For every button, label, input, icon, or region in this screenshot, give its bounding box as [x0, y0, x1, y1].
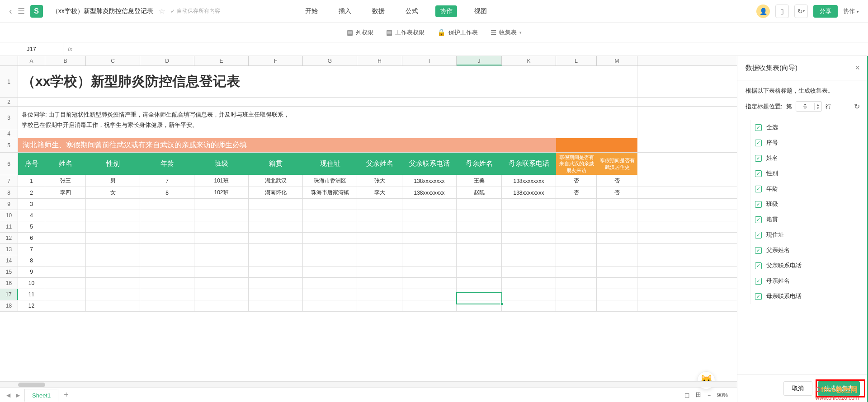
th-origin[interactable]: 籍贯 [249, 153, 303, 175]
th-mother-phone[interactable]: 母亲联系电话 [502, 153, 556, 175]
check-item[interactable]: ✓姓名 [751, 150, 860, 166]
tab-next-icon[interactable]: ▶ [13, 392, 23, 398]
table-row[interactable]: 159 [0, 266, 737, 278]
check-item[interactable]: ✓母亲姓名 [751, 273, 860, 289]
checkbox-icon[interactable]: ✓ [755, 278, 762, 285]
table-row[interactable]: 104 [0, 210, 737, 221]
checkbox-icon[interactable]: ✓ [755, 247, 762, 254]
ribbon-sheet-permission[interactable]: ▤工作表权限 [386, 28, 425, 37]
check-item[interactable]: ✓性别 [751, 166, 860, 181]
collab-link[interactable]: 协作 ▾ [843, 7, 859, 15]
checkbox-icon[interactable]: ✓ [755, 201, 762, 208]
row-header[interactable]: 1 [0, 66, 18, 97]
col-header-D[interactable]: D [140, 56, 194, 65]
cell-reference[interactable]: J17 [0, 42, 63, 56]
th-gender[interactable]: 性别 [86, 153, 140, 175]
menu-formula[interactable]: 公式 [402, 5, 422, 17]
zoom-out-icon[interactable]: − [708, 392, 711, 398]
table-row[interactable]: 115 [0, 221, 737, 233]
col-header-B[interactable]: B [45, 56, 86, 65]
section-header-orange[interactable] [556, 138, 637, 152]
row-header[interactable]: 8 [0, 187, 18, 198]
th-seq[interactable]: 序号 [18, 153, 45, 175]
checkbox-icon[interactable]: ✓ [755, 232, 762, 238]
table-row[interactable]: 1812 [0, 300, 737, 312]
checkbox-icon[interactable]: ✓ [755, 155, 762, 162]
stats-icon[interactable]: ◫ [684, 392, 689, 398]
checkbox-icon[interactable]: ✓ [755, 293, 762, 300]
row-header[interactable]: 9 [0, 199, 18, 210]
check-item[interactable]: ✓全选 [751, 120, 860, 135]
table-row[interactable]: 1610 [0, 278, 737, 289]
back-icon[interactable]: ‹ [9, 6, 12, 16]
checkbox-icon[interactable]: ✓ [755, 216, 762, 223]
present-icon[interactable]: ▯ [775, 5, 789, 18]
history-icon[interactable]: ↻ ▾ [794, 5, 808, 18]
table-row[interactable]: 8 2 李四 女 8 102班 湖南怀化 珠海市唐家湾镇 李大 138xxxxx… [0, 187, 737, 199]
star-icon[interactable]: ☆ [159, 7, 165, 15]
row-header[interactable]: 3 [0, 107, 18, 129]
menu-start[interactable]: 开始 [302, 5, 321, 17]
spinner-down-icon[interactable]: ▼ [815, 107, 821, 110]
row-header[interactable]: 2 [0, 98, 18, 106]
row-header[interactable]: 17 [0, 289, 18, 300]
row-header[interactable]: 11 [0, 221, 18, 232]
menu-collab[interactable]: 协作 [435, 5, 457, 17]
row-header[interactable]: 12 [0, 233, 18, 243]
check-item[interactable]: ✓父亲姓名 [751, 243, 860, 258]
horizontal-scrollbar[interactable] [0, 381, 737, 388]
col-header-G[interactable]: G [303, 56, 357, 65]
checkbox-icon[interactable]: ✓ [755, 140, 762, 146]
row-header[interactable]: 6 [0, 153, 18, 175]
th-wuhan-history[interactable]: 寒假期间是否有武汉居住史 [597, 153, 637, 175]
table-row[interactable]: 93 [0, 199, 737, 210]
th-age[interactable]: 年龄 [140, 153, 194, 175]
row-header[interactable]: 4 [0, 129, 18, 138]
check-item[interactable]: ✓年龄 [751, 181, 860, 196]
menu-data[interactable]: 数据 [368, 5, 388, 17]
tab-prev-icon[interactable]: ◀ [4, 392, 13, 398]
check-item[interactable]: ✓母亲联系电话 [751, 289, 860, 304]
th-address[interactable]: 现住址 [303, 153, 357, 175]
grid-icon[interactable]: 田 [696, 391, 701, 399]
checkbox-icon[interactable]: ✓ [755, 170, 762, 177]
col-header-I[interactable]: I [402, 56, 457, 65]
col-header-L[interactable]: L [556, 56, 597, 65]
col-header-K[interactable]: K [502, 56, 556, 65]
row-header[interactable]: 5 [0, 138, 18, 152]
share-button[interactable]: 分享 [813, 5, 838, 18]
row-header[interactable]: 15 [0, 266, 18, 277]
col-header-A[interactable]: A [18, 56, 45, 65]
row-header[interactable]: 14 [0, 255, 18, 266]
col-header-F[interactable]: F [249, 56, 303, 65]
checkbox-icon[interactable]: ✓ [755, 124, 762, 131]
cell[interactable] [18, 98, 637, 106]
section-header-pink[interactable]: 湖北籍师生、寒假期间曾前往武汉或有来自武汉的亲戚来访的师生必填 [18, 138, 556, 152]
ribbon-col-permission[interactable]: ▤列权限 [347, 28, 373, 37]
table-row[interactable]: 7 1 张三 男 7 101班 湖北武汉 珠海市香洲区 张大 138xxxxxx… [0, 175, 737, 187]
sheet-title[interactable]: （xx学校）新型肺炎防控信息登记表 [18, 66, 637, 97]
checkbox-icon[interactable]: ✓ [755, 262, 762, 269]
th-wuhan-visit[interactable]: 寒假期间是否有来自武汉的亲戚朋友来访 [556, 153, 597, 175]
description-cell[interactable]: 各位同学: 由于目前冠状性新型肺炎疫情严重，请全体师生配合填写信息表，并及时与班… [18, 107, 637, 129]
hamburger-icon[interactable]: ☰ [18, 6, 25, 16]
check-item[interactable]: ✓序号 [751, 135, 860, 150]
menu-view[interactable]: 视图 [471, 5, 491, 17]
avatar-icon[interactable]: 👤 [756, 5, 770, 18]
refresh-icon[interactable]: ↻ [854, 102, 860, 111]
check-item[interactable]: ✓现住址 [751, 227, 860, 243]
th-father-phone[interactable]: 父亲联系电话 [402, 153, 457, 175]
select-all-corner[interactable] [0, 56, 18, 65]
ribbon-protect-sheet[interactable]: 🔒保护工作表 [437, 28, 478, 37]
col-header-H[interactable]: H [357, 56, 402, 65]
table-row[interactable]: 148 [0, 255, 737, 266]
th-class[interactable]: 班级 [194, 153, 249, 175]
table-row[interactable]: 1711 [0, 289, 737, 300]
th-father[interactable]: 父亲姓名 [357, 153, 402, 175]
menu-insert[interactable]: 插入 [335, 5, 355, 17]
formula-input[interactable] [77, 42, 868, 56]
cell[interactable] [18, 129, 637, 138]
col-header-E[interactable]: E [194, 56, 249, 65]
th-name[interactable]: 姓名 [45, 153, 86, 175]
col-header-C[interactable]: C [86, 56, 140, 65]
